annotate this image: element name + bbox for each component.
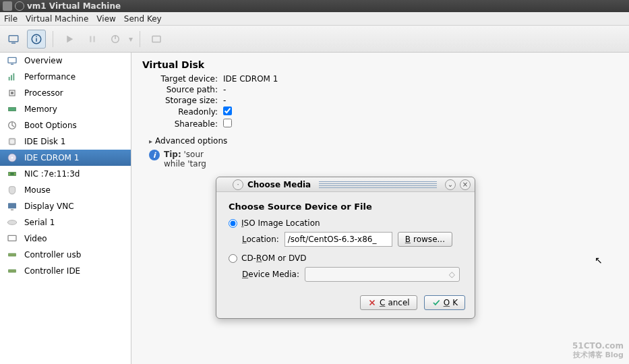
readonly-label: Readonly:: [149, 107, 223, 117]
window-control-icon[interactable]: [15, 1, 24, 11]
toolbar-separator: [140, 31, 140, 47]
sidebar-item-mouse[interactable]: Mouse: [0, 182, 131, 198]
target-device-value: IDE CDROM 1: [223, 74, 278, 84]
dialog-titlebar: · Choose Media ⌄ ×: [216, 177, 475, 192]
svg-rect-26: [11, 210, 13, 210]
svg-rect-11: [11, 64, 13, 65]
svg-rect-14: [13, 73, 14, 81]
toolbar: ▾: [0, 26, 629, 53]
advanced-options-label: Advanced options: [155, 136, 227, 146]
svg-rect-25: [8, 203, 16, 208]
device-media-label: Device Media:: [242, 270, 299, 279]
display-icon: [5, 201, 19, 212]
sidebar-item-label: Processor: [24, 88, 63, 98]
serial-icon: [5, 217, 19, 228]
sidebar-item-ide-disk-1[interactable]: IDE Disk 1: [0, 133, 131, 150]
sidebar-item-label: IDE Disk 1: [24, 137, 65, 146]
console-button[interactable]: [4, 30, 23, 49]
sidebar-item-label: Controller usb: [24, 250, 81, 260]
tip-text-2: while 'targ: [164, 159, 206, 169]
svg-point-22: [11, 157, 13, 159]
svg-rect-16: [11, 92, 13, 94]
sidebar-item-controller-usb[interactable]: Controller usb: [0, 247, 131, 263]
ok-button[interactable]: OK: [424, 295, 465, 310]
dialog-app-icon: [220, 181, 229, 189]
sidebar-item-label: Display VNC: [24, 202, 74, 211]
svg-rect-29: [9, 253, 16, 256]
target-device-label: Target device:: [149, 74, 223, 84]
iso-radio[interactable]: [229, 219, 237, 228]
iso-radio-label[interactable]: ISO Image Location: [241, 218, 320, 228]
location-input[interactable]: [284, 232, 392, 247]
sidebar-item-performance[interactable]: Performance: [0, 69, 131, 85]
ctrl-icon: [5, 266, 19, 276]
titlebar-stripes: [319, 181, 437, 188]
cancel-button[interactable]: Cancel: [360, 295, 417, 310]
cdrom-radio[interactable]: [229, 254, 237, 263]
storage-size-value: -: [223, 96, 226, 105]
device-media-combo[interactable]: ◇: [305, 267, 460, 282]
svg-rect-9: [152, 36, 160, 42]
hardware-sidebar: OverviewPerformanceProcessorMemoryBoot O…: [0, 53, 131, 364]
dialog-minimize-button[interactable]: ⌄: [445, 179, 456, 190]
dialog-heading: Choose Source Device or File: [229, 202, 462, 212]
ctrl-icon: [5, 249, 19, 260]
dialog-menu-icon[interactable]: ·: [233, 179, 243, 190]
sidebar-item-memory[interactable]: Memory: [0, 101, 131, 117]
browse-button[interactable]: Browse...: [398, 232, 452, 247]
nic-icon: [5, 169, 19, 179]
tip-prefix: Tip:: [164, 150, 181, 159]
sidebar-item-overview[interactable]: Overview: [0, 53, 131, 69]
source-path-label: Source path:: [149, 85, 223, 94]
location-label: Location:: [242, 235, 279, 244]
dialog-close-button[interactable]: ×: [460, 179, 471, 190]
perf-icon: [5, 71, 19, 82]
menu-view[interactable]: View: [96, 14, 115, 24]
disk-icon: [5, 136, 19, 147]
menu-send-key[interactable]: Send Key: [124, 14, 162, 24]
run-button[interactable]: [60, 30, 79, 49]
sidebar-item-boot-options[interactable]: Boot Options: [0, 117, 131, 133]
cpu-icon: [5, 88, 19, 98]
sidebar-item-serial-1[interactable]: Serial 1: [0, 214, 131, 231]
sidebar-item-nic-7e-11-3d[interactable]: NIC :7e:11:3d: [0, 166, 131, 182]
cdrom-icon: [5, 152, 19, 163]
sidebar-item-label: Video: [24, 234, 47, 243]
svg-rect-8: [115, 35, 116, 39]
svg-rect-17: [9, 107, 16, 111]
video-icon: [5, 233, 19, 244]
sidebar-item-label: Overview: [24, 56, 63, 65]
tip-row: i Tip: 'sour while 'targ: [149, 150, 618, 169]
svg-rect-0: [9, 35, 18, 41]
sidebar-item-label: Controller IDE: [24, 266, 80, 276]
sidebar-item-label: IDE CDROM 1: [24, 153, 79, 162]
sidebar-item-processor[interactable]: Processor: [0, 85, 131, 101]
readonly-checkbox[interactable]: [223, 107, 232, 115]
svg-rect-13: [11, 75, 12, 80]
shareable-checkbox[interactable]: [223, 119, 232, 127]
choose-media-dialog: · Choose Media ⌄ × Choose Source Device …: [216, 177, 475, 319]
sidebar-item-ide-cdrom-1[interactable]: IDE CDROM 1: [0, 150, 131, 166]
info-icon: i: [149, 150, 160, 160]
sidebar-item-display-vnc[interactable]: Display VNC: [0, 198, 131, 214]
dropdown-icon[interactable]: ▾: [129, 34, 133, 44]
menu-file[interactable]: File: [4, 14, 18, 24]
pause-button[interactable]: [83, 30, 102, 49]
ok-icon: [431, 298, 441, 307]
cdrom-radio-label[interactable]: CD-ROM or DVD: [241, 253, 306, 263]
details-button[interactable]: [27, 30, 46, 49]
sidebar-item-label: Memory: [24, 104, 57, 114]
svg-point-27: [7, 220, 16, 225]
app-icon: [3, 1, 12, 11]
sidebar-item-controller-ide[interactable]: Controller IDE: [0, 263, 131, 279]
mouse-icon: [5, 185, 19, 195]
advanced-options-expander[interactable]: Advanced options: [149, 136, 618, 146]
monitor-icon: [5, 55, 19, 66]
fullscreen-button[interactable]: [147, 30, 166, 49]
svg-rect-4: [36, 36, 37, 37]
mouse-cursor-icon: ↖: [595, 255, 603, 266]
power-button[interactable]: [106, 30, 125, 49]
svg-rect-10: [8, 57, 16, 63]
sidebar-item-video[interactable]: Video: [0, 231, 131, 247]
menu-virtual-machine[interactable]: Virtual Machine: [26, 14, 88, 24]
